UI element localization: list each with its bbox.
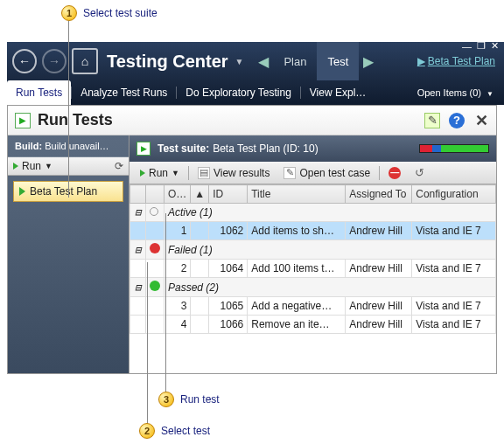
- titlebar: ← → ⌂ Testing Center ▼ ◀ Plan Test ▶ ▶ B…: [7, 42, 504, 80]
- build-label: Build:: [15, 141, 42, 151]
- collapse-icon[interactable]: ⊟: [130, 204, 146, 222]
- open-test-case-button[interactable]: ✎ Open test case: [278, 165, 375, 181]
- cell-id: 1062: [209, 222, 248, 240]
- status-fail-icon: [150, 243, 160, 253]
- refresh-button[interactable]: ⟳: [115, 160, 123, 172]
- cell-assigned: Andrew Hill: [346, 260, 412, 278]
- open-items-label: Open Items (0): [417, 87, 481, 98]
- workspace: ▶ Run Tests ✎ ? ✕ Build: Build unavail… …: [7, 105, 497, 374]
- table-row[interactable]: 2 1064 Add 100 items t… Andrew Hill Vist…: [130, 260, 496, 278]
- cell-id: 1065: [209, 297, 248, 316]
- cell-order: 2: [164, 260, 191, 278]
- separator: [379, 166, 380, 180]
- run-button-label: Run: [149, 167, 168, 179]
- col-config[interactable]: Configuration: [412, 185, 496, 204]
- test-grid: O… ▲ ID Title Assigned To Configuration …: [130, 184, 496, 334]
- progress-failed: [420, 145, 432, 152]
- home-button[interactable]: ⌂: [72, 48, 98, 74]
- close-window-button[interactable]: ✕: [491, 40, 499, 52]
- tab-plan[interactable]: Plan: [273, 42, 317, 80]
- status-pass-icon: [150, 281, 160, 291]
- plan-arrow-icon: ▶: [417, 55, 425, 67]
- table-row[interactable]: 1 1062 Add items to sh… Andrew Hill Vist…: [130, 222, 496, 240]
- plan-link[interactable]: ▶ Beta Test Plan: [417, 55, 495, 67]
- col-status[interactable]: [146, 185, 164, 204]
- cell-order: 1: [164, 222, 191, 240]
- tab-test[interactable]: Test: [317, 42, 359, 80]
- cell-assigned: Andrew Hill: [346, 316, 412, 334]
- test-list-pane: ▶ Test suite: Beta Test Plan (ID: 10) Ru…: [129, 135, 496, 373]
- chevron-down-icon[interactable]: ▼: [45, 162, 52, 170]
- group-failed[interactable]: ⊟ Failed (1): [130, 240, 496, 260]
- block-button[interactable]: —: [383, 165, 406, 181]
- collapse-icon[interactable]: ⊟: [130, 278, 146, 297]
- table-row[interactable]: 3 1065 Add a negative… Andrew Hill Vista…: [130, 297, 496, 316]
- title-dropdown[interactable]: ▼: [235, 57, 244, 66]
- collapse-icon[interactable]: ⊟: [130, 240, 146, 260]
- cell-title: Add items to sh…: [248, 222, 346, 240]
- play-icon: [140, 170, 145, 177]
- col-order[interactable]: O…: [164, 185, 191, 204]
- suite-header: ▶ Test suite: Beta Test Plan (ID: 10): [130, 135, 496, 162]
- chevron-down-icon: ▼: [486, 90, 494, 98]
- table-row[interactable]: 4 1066 Remove an ite… Andrew Hill Vista …: [130, 316, 496, 334]
- tab-next-arrow[interactable]: ▶: [359, 42, 378, 80]
- reset-button[interactable]: ↺: [410, 164, 430, 181]
- open-items[interactable]: Open Items (0) ▼: [417, 87, 494, 98]
- grid-toolbar: Run ▼ ▤ View results ✎ Open test case —: [130, 162, 496, 184]
- callout-badge-1: 1: [61, 5, 77, 21]
- col-title[interactable]: Title: [248, 185, 346, 204]
- group-label: Active (1): [164, 204, 496, 222]
- run-tests-icon: ▶: [15, 113, 31, 128]
- progress-bar: [419, 144, 489, 153]
- subtab-analyze[interactable]: Analyze Test Runs: [72, 80, 176, 105]
- tab-prev-arrow[interactable]: ◀: [254, 42, 273, 80]
- progress-passed: [441, 145, 488, 152]
- suite-item-label: Beta Test Plan: [30, 185, 97, 198]
- sub-nav: Run Tests Analyze Test Runs Do Explorato…: [7, 80, 504, 105]
- cell-id: 1064: [209, 260, 248, 278]
- view-results-button[interactable]: ▤ View results: [192, 165, 275, 181]
- cell-config: Vista and IE 7: [412, 297, 496, 316]
- play-icon: [13, 163, 18, 170]
- forward-button[interactable]: →: [42, 49, 66, 73]
- progress-other: [432, 145, 441, 152]
- cell-title: Remove an ite…: [248, 316, 346, 334]
- plan-link-label: Beta Test Plan: [428, 55, 495, 67]
- suite-header-name: Beta Test Plan (ID: 10): [213, 142, 318, 155]
- suite-header-label: Test suite:: [158, 142, 209, 155]
- subtab-exploratory[interactable]: Do Exploratory Testing: [177, 80, 300, 105]
- callout-text-3: Run test: [178, 392, 222, 406]
- cell-id: 1066: [209, 316, 248, 334]
- restore-button[interactable]: ❐: [477, 40, 486, 52]
- callout-badge-2: 2: [139, 423, 155, 439]
- back-button[interactable]: ←: [12, 49, 37, 73]
- run-button[interactable]: Run ▼: [135, 165, 185, 181]
- group-passed[interactable]: ⊟ Passed (2): [130, 278, 496, 297]
- callout-2: 2 Select test: [139, 423, 213, 439]
- group-active[interactable]: ⊟ Active (1): [130, 204, 496, 222]
- subtab-run-tests[interactable]: Run Tests: [7, 80, 71, 105]
- col-sort[interactable]: ▲: [191, 185, 209, 204]
- col-assigned[interactable]: Assigned To: [346, 185, 412, 204]
- open-case-icon: ✎: [284, 167, 296, 179]
- col-id[interactable]: ID: [209, 185, 248, 204]
- chevron-down-icon: ▼: [172, 169, 179, 177]
- window-controls: — ❐ ✕: [462, 40, 499, 52]
- app-title: Testing Center: [107, 52, 228, 72]
- subtab-view[interactable]: View Expl…: [301, 80, 374, 105]
- group-label: Failed (1): [164, 240, 496, 260]
- suite-run-button[interactable]: Run: [22, 160, 41, 172]
- block-icon: —: [388, 167, 401, 179]
- help-button[interactable]: ?: [449, 113, 465, 128]
- status-active-icon: [150, 207, 158, 216]
- new-item-button[interactable]: ✎: [424, 113, 440, 128]
- cell-assigned: Andrew Hill: [346, 222, 412, 240]
- callout-text-1: Select test suite: [80, 6, 160, 20]
- col-expander[interactable]: [130, 185, 146, 204]
- cell-config: Vista and IE 7: [412, 316, 496, 334]
- cell-config: Vista and IE 7: [412, 260, 496, 278]
- close-panel-button[interactable]: ✕: [473, 113, 489, 128]
- cell-order: 3: [164, 297, 191, 316]
- minimize-button[interactable]: —: [462, 41, 472, 52]
